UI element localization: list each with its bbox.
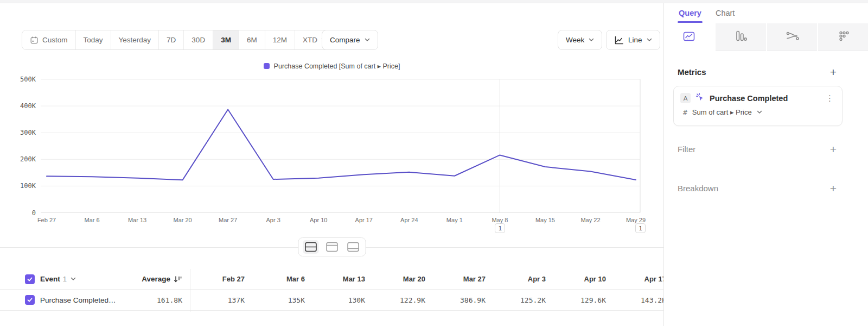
- filter-title: Filter: [678, 145, 695, 154]
- funnels-report-tab[interactable]: [716, 23, 766, 51]
- metric-letter-badge: A: [680, 93, 691, 103]
- range-3m-button[interactable]: 3M: [213, 30, 239, 49]
- svg-text:May 29: May 29: [626, 217, 646, 223]
- range-yesterday-button[interactable]: Yesterday: [111, 30, 159, 49]
- granularity-dropdown[interactable]: Week: [558, 30, 602, 50]
- svg-text:500K: 500K: [20, 76, 36, 83]
- svg-text:100K: 100K: [20, 182, 36, 190]
- cell-value: 130K: [310, 296, 371, 304]
- chart-type-label: Line: [628, 36, 642, 44]
- chart-type-dropdown[interactable]: Line: [606, 30, 660, 50]
- average-column-header[interactable]: Average: [117, 275, 190, 283]
- retention-report-tab[interactable]: [818, 23, 868, 51]
- svg-text:Apr 3: Apr 3: [266, 217, 280, 223]
- svg-text:May 15: May 15: [535, 217, 555, 223]
- layout-view-toggle: [298, 237, 366, 256]
- range-30d-button[interactable]: 30D: [184, 30, 213, 49]
- event-column-header[interactable]: Event: [40, 275, 60, 283]
- date-range-selector: Custom TodayYesterday7D30D3M6M12M XTD: [22, 30, 335, 50]
- date-column-header[interactable]: Mar 27: [431, 275, 491, 283]
- range-12m-button[interactable]: 12M: [265, 30, 295, 49]
- date-column-header[interactable]: Apr 10: [551, 275, 611, 283]
- add-breakdown-button[interactable]: +: [830, 183, 837, 194]
- funnel-bars-icon: [734, 29, 747, 45]
- row-event-name[interactable]: Purchase Completed [Sum of cart ▸ Price]: [40, 296, 117, 304]
- metric-aggregation[interactable]: Sum of cart ▸ Price: [692, 108, 752, 116]
- metrics-section-header: Metrics +: [678, 66, 837, 78]
- line-chart-icon: [614, 35, 624, 45]
- add-metric-button[interactable]: +: [830, 66, 837, 78]
- metrics-title: Metrics: [678, 67, 706, 77]
- event-click-icon: [695, 92, 705, 104]
- cell-value: 122.9K: [371, 296, 431, 304]
- date-column-header[interactable]: Mar 13: [310, 275, 371, 283]
- svg-text:400K: 400K: [20, 102, 36, 110]
- range-today-button[interactable]: Today: [76, 30, 111, 49]
- cell-value: 386.9K: [431, 296, 491, 304]
- svg-text:May 1: May 1: [446, 217, 463, 223]
- range-custom-label: Custom: [42, 36, 68, 44]
- numeric-property-icon: #: [683, 108, 687, 116]
- svg-text:0: 0: [32, 209, 36, 217]
- cell-value: 137K: [190, 296, 250, 304]
- table-column-divider: [190, 269, 190, 312]
- row-average-value: 161.8K: [157, 296, 182, 304]
- date-column-header[interactable]: Mar 6: [250, 275, 310, 283]
- series-legend-label: Purchase Completed [Sum of cart ▸ Price]: [274, 62, 400, 70]
- breakdown-title: Breakdown: [678, 184, 718, 193]
- event-count: 1: [63, 275, 67, 283]
- results-table: Event 1 Average Feb 27Mar 6Mar 13Mar 20M…: [0, 269, 663, 311]
- svg-text:Mar 27: Mar 27: [219, 217, 237, 223]
- cell-value: 125.2K: [491, 296, 551, 304]
- tab-query[interactable]: Query: [678, 7, 703, 23]
- svg-text:Mar 20: Mar 20: [173, 217, 192, 223]
- date-column-header[interactable]: Feb 27: [190, 275, 250, 283]
- svg-text:Apr 17: Apr 17: [355, 217, 373, 223]
- report-main-area: Custom TodayYesterday7D30D3M6M12M XTD Co…: [0, 3, 663, 326]
- filter-section: Filter +: [678, 143, 837, 155]
- range-custom-button[interactable]: Custom: [22, 30, 76, 49]
- svg-text:Mar 13: Mar 13: [128, 217, 146, 223]
- query-builder-panel: Query Chart: [663, 3, 868, 326]
- metric-event-name: Purchase Completed: [710, 94, 819, 103]
- svg-text:Mar 6: Mar 6: [84, 217, 99, 223]
- chevron-down-icon: [365, 38, 370, 42]
- flows-report-tab[interactable]: [767, 23, 818, 51]
- line-chart[interactable]: 0100K200K300K400K500KFeb 27Mar 6Mar 13Ma…: [0, 72, 663, 243]
- chart-only-view-button[interactable]: [324, 240, 340, 254]
- svg-text:Apr 10: Apr 10: [310, 217, 327, 223]
- compare-button[interactable]: Compare: [322, 30, 378, 50]
- chart-legend[interactable]: Purchase Completed [Sum of cart ▸ Price]: [0, 62, 663, 70]
- annotation-badge[interactable]: 1: [495, 223, 505, 233]
- svg-text:Feb 27: Feb 27: [37, 217, 56, 223]
- panel-tabs: Query Chart: [678, 7, 736, 23]
- table-only-view-button[interactable]: [345, 240, 361, 254]
- date-column-header[interactable]: Apr 17: [611, 275, 663, 283]
- insights-report-tab[interactable]: [664, 23, 714, 51]
- svg-text:May 8: May 8: [492, 217, 508, 223]
- chevron-down-icon: [589, 38, 594, 42]
- granularity-label: Week: [566, 36, 584, 44]
- select-all-checkbox[interactable]: [25, 274, 35, 284]
- report-type-tabs: [664, 23, 868, 51]
- cell-value: 143.2K: [611, 296, 663, 304]
- range-7d-button[interactable]: 7D: [159, 30, 184, 49]
- table-row: Purchase Completed [Sum of cart ▸ Price]…: [0, 290, 663, 311]
- svg-text:200K: 200K: [20, 155, 36, 163]
- date-column-header[interactable]: Apr 3: [491, 275, 551, 283]
- metric-card[interactable]: A Purchase Completed ⋮ # Sum of cart ▸ P…: [673, 86, 843, 126]
- row-checkbox[interactable]: [25, 295, 35, 305]
- calendar-icon: [30, 36, 39, 45]
- add-filter-button[interactable]: +: [830, 143, 837, 155]
- insights-icon: [682, 30, 695, 45]
- split-view-button[interactable]: [303, 240, 318, 254]
- metric-menu-icon[interactable]: ⋮: [824, 93, 835, 103]
- svg-text:Apr 24: Apr 24: [400, 217, 418, 223]
- annotation-badge[interactable]: 1: [635, 223, 646, 233]
- flows-icon: [785, 29, 799, 45]
- compare-label: Compare: [330, 36, 360, 44]
- cell-value: 135K: [250, 296, 310, 304]
- date-column-header[interactable]: Mar 20: [371, 275, 431, 283]
- range-6m-button[interactable]: 6M: [239, 30, 265, 49]
- tab-chart[interactable]: Chart: [714, 7, 736, 23]
